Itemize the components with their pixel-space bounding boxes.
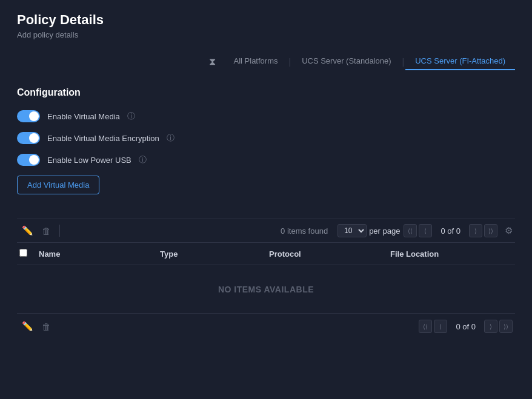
items-found-label: 0 items found [281,226,328,236]
toggle-low-power[interactable] [17,154,40,166]
toolbar-separator-top [59,225,60,237]
page-info-top: 0 of 0 [441,226,461,236]
tab-ucs-fi-attached[interactable]: UCS Server (FI-Attached) [405,53,515,70]
tab-divider-2: | [401,57,406,67]
info-icon-encryption[interactable]: ⓘ [167,133,175,143]
page-info-bottom: 0 of 0 [456,322,476,331]
toggle-encryption[interactable] [17,132,40,144]
table-toolbar-bottom: ✏️ 🗑 ⟨⟨ ⟨ 0 of 0 ⟩ ⟩⟩ [17,314,515,339]
section-title: Configuration [17,87,515,98]
toggle-row-encryption: Enable Virtual Media Encryption ⓘ [17,132,515,144]
tab-ucs-standalone[interactable]: UCS Server (Standalone) [292,53,401,70]
pagination-nav-top-right: ⟩ ⟩⟩ [469,224,497,237]
last-page-button-bottom[interactable]: ⟩⟩ [499,320,513,333]
edit-icon-bottom[interactable]: ✏️ [19,320,36,333]
next-page-button-bottom[interactable]: ⟩ [484,320,497,333]
th-file-location: File Location [390,249,513,259]
pagination-nav-bottom-right: ⟩ ⟩⟩ [484,320,513,333]
toggle-row-low-power: Enable Low Power USB ⓘ [17,154,515,166]
table-toolbar-top: ✏️ 🗑 0 items found 10 20 50 per page ⟨⟨ … [17,219,515,243]
th-name: Name [39,249,160,259]
table-body: NO ITEMS AVAILABLE [17,265,515,314]
toggle-label-virtual-media: Enable Virtual Media [47,112,120,121]
page-container: Policy Details Add policy details ⧗ All … [0,0,532,399]
prev-page-button-top[interactable]: ⟨ [419,224,432,237]
per-page-selector: 10 20 50 per page [337,224,400,237]
info-icon-low-power[interactable]: ⓘ [139,154,147,165]
empty-table-message: NO ITEMS AVAILABLE [218,266,314,312]
settings-icon[interactable]: ⚙ [505,225,513,236]
tab-all-platforms[interactable]: All Platforms [224,53,288,70]
select-all-checkbox[interactable] [19,249,27,257]
filter-icon[interactable]: ⧗ [209,56,216,67]
next-page-button-top[interactable]: ⟩ [469,224,482,237]
configuration-section: Configuration Enable Virtual Media ⓘ Ena… [17,87,515,204]
th-checkbox [19,249,39,259]
per-page-dropdown[interactable]: 10 20 50 [337,224,367,237]
per-page-label: per page [369,226,400,236]
info-icon-virtual-media[interactable]: ⓘ [127,111,135,122]
prev-page-button-bottom[interactable]: ⟨ [434,320,447,333]
pagination-nav-bottom: ⟨⟨ ⟨ [419,320,447,333]
toggle-label-encryption: Enable Virtual Media Encryption [47,134,159,143]
edit-icon-top[interactable]: ✏️ [19,224,36,237]
toggle-row-virtual-media: Enable Virtual Media ⓘ [17,110,515,122]
toggle-label-low-power: Enable Low Power USB [47,156,131,165]
page-subtitle: Add policy details [17,30,515,39]
th-type: Type [160,249,269,259]
pagination-nav-top: ⟨⟨ ⟨ [404,224,432,237]
add-virtual-media-button[interactable]: Add Virtual Media [17,176,99,194]
toggle-virtual-media[interactable] [17,110,40,122]
delete-icon-bottom[interactable]: 🗑 [39,320,53,333]
platform-tabs: ⧗ All Platforms | UCS Server (Standalone… [17,53,515,73]
first-page-button-bottom[interactable]: ⟨⟨ [419,320,432,333]
table-header: Name Type Protocol File Location [17,243,515,265]
th-protocol: Protocol [269,249,390,259]
page-title: Policy Details [17,12,515,28]
last-page-button-top[interactable]: ⟩⟩ [484,224,497,237]
delete-icon-top[interactable]: 🗑 [39,225,53,237]
first-page-button-top[interactable]: ⟨⟨ [404,224,417,237]
tab-divider-1: | [287,57,292,67]
